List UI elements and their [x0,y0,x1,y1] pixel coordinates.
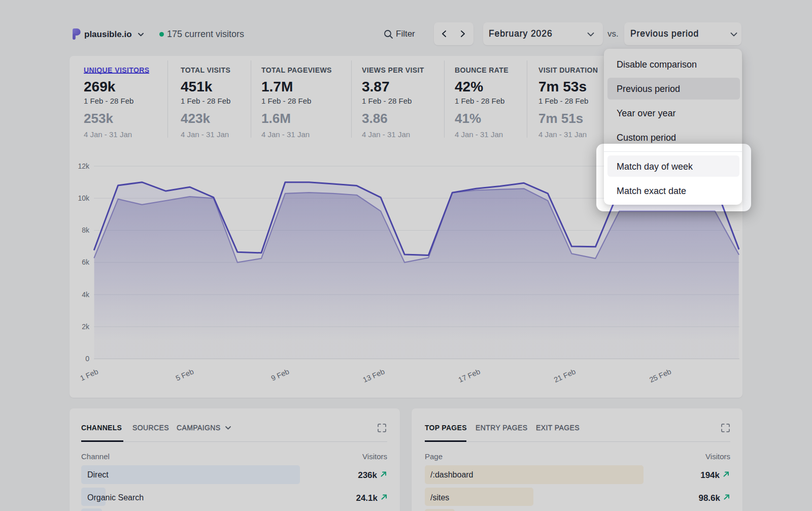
svg-text:25 Feb: 25 Feb [648,367,672,384]
svg-text:17 Feb: 17 Feb [457,367,482,384]
svg-text:6k: 6k [82,258,90,266]
svg-text:0: 0 [85,355,89,363]
svg-text:13 Feb: 13 Feb [362,367,386,384]
svg-text:1 Feb: 1 Feb [79,367,99,382]
svg-text:10k: 10k [78,194,90,202]
svg-text:12k: 12k [78,162,90,170]
svg-text:21 Feb: 21 Feb [553,367,577,384]
svg-text:9 Feb: 9 Feb [270,367,290,382]
svg-text:4k: 4k [82,291,90,299]
svg-text:2k: 2k [82,323,90,331]
svg-text:8k: 8k [82,226,90,234]
svg-text:5 Feb: 5 Feb [175,367,195,382]
